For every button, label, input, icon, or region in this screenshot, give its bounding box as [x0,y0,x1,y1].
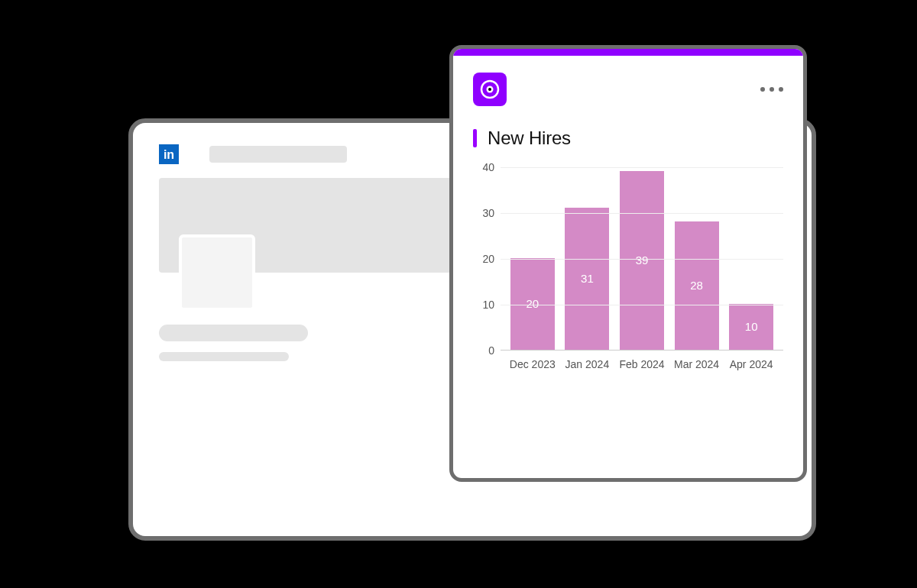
x-tick-label: Feb 2024 [614,358,669,370]
target-icon [473,73,507,106]
chart-title-row: New Hires [473,128,783,149]
skeleton-hero-banner [159,178,457,273]
gridline [501,167,783,168]
bar: 10 [729,304,773,350]
chart-plot-area: 2031392810 [501,167,783,351]
bar-value-label: 20 [510,297,555,310]
y-tick-label: 0 [488,344,494,357]
skeleton-line-1 [159,325,308,341]
svg-point-2 [488,88,491,91]
skeleton-avatar [179,234,255,311]
skeleton-line-2 [159,352,289,361]
y-tick-label: 10 [482,299,494,311]
x-tick-label: Mar 2024 [669,358,724,370]
title-accent-bar [473,129,477,147]
bar: 20 [510,258,555,350]
bar: 31 [565,208,609,350]
x-tick-label: Jan 2024 [560,358,615,370]
chart-container: 010203040 2031392810 Dec 2023Jan 2024Feb… [473,167,783,370]
bar-value-label: 28 [675,279,719,292]
linkedin-letters: in [164,149,174,161]
bar-value-label: 31 [565,272,609,285]
bar: 28 [675,221,719,350]
bar-value-label: 10 [729,320,773,333]
widget-body: New Hires 010203040 2031392810 Dec 2023J… [453,56,803,384]
bar: 39 [620,171,664,350]
y-tick-label: 30 [482,207,494,219]
x-tick-label: Dec 2023 [505,358,560,370]
y-axis: 010203040 [473,167,501,351]
bar-value-label: 39 [620,254,664,267]
new-hires-widget: New Hires 010203040 2031392810 Dec 2023J… [449,45,807,482]
more-options-button[interactable] [760,87,783,92]
chart-title: New Hires [488,128,571,149]
gridline [501,259,783,260]
linkedin-icon: in [159,144,179,164]
y-tick-label: 20 [482,253,494,265]
gridline [501,305,783,305]
x-tick-label: Apr 2024 [724,358,779,370]
skeleton-title [209,146,347,163]
y-tick-label: 40 [482,161,494,173]
widget-header [473,73,783,106]
x-axis-labels: Dec 2023Jan 2024Feb 2024Mar 2024Apr 2024 [501,351,783,370]
gridline [501,213,783,214]
widget-accent-strip [453,49,803,56]
